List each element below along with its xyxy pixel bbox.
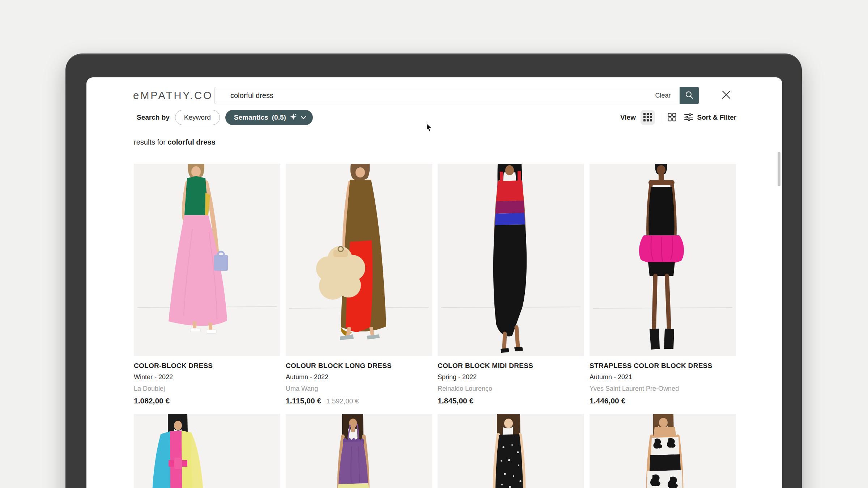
product-image (134, 164, 280, 356)
sliders-icon (684, 113, 693, 122)
search-bar: Clear (214, 87, 699, 104)
product-price: 1.446,00 € (590, 397, 625, 405)
product-price: 1.115,00 € (286, 397, 321, 405)
close-button[interactable] (719, 88, 733, 102)
product-title: STRAPLESS COLOR BLOCK DRESS (590, 362, 736, 370)
semantics-pill-value: (0.5) (272, 114, 286, 121)
product-info: STRAPLESS COLOR BLOCK DRESS Autumn - 202… (590, 356, 736, 414)
product-card[interactable]: COLOR-BLOCK DRESS Winter - 2022 La Doubl… (134, 164, 280, 414)
product-price: 1.845,00 € (438, 397, 473, 405)
view-grid-comfy-button[interactable] (665, 110, 679, 125)
product-price: 1.082,00 € (134, 397, 170, 405)
results-query: colorful dress (167, 138, 215, 146)
product-season: Winter - 2022 (134, 373, 280, 381)
view-toolbar: View (620, 110, 736, 125)
product-card[interactable]: COLOR BLOCK MIDI DRESS Spring - 2022 Rei… (438, 164, 584, 414)
search-input[interactable] (214, 91, 652, 100)
search-mode-toolbar: Search by Keyword Semantics (0.5) (137, 110, 313, 125)
chevron-down-icon (301, 114, 306, 121)
magnifier-icon (685, 90, 694, 101)
product-card[interactable] (590, 414, 736, 488)
close-icon (720, 89, 732, 102)
product-grid-row-2 (134, 414, 736, 488)
product-brand: La Doublej (134, 385, 280, 393)
product-card[interactable] (134, 414, 280, 488)
product-season: Autumn - 2021 (590, 373, 736, 381)
view-grid-dense-button[interactable] (641, 110, 655, 125)
search-by-label: Search by (137, 114, 170, 121)
product-season: Spring - 2022 (438, 373, 584, 381)
app-screen: eMPATHY.CO Clear (86, 77, 782, 488)
keyword-pill-label: Keyword (184, 114, 211, 121)
view-label: View (620, 114, 636, 121)
product-image (286, 164, 432, 356)
search-button[interactable] (680, 87, 699, 104)
product-image (286, 414, 432, 488)
scrollbar-thumb[interactable] (778, 152, 780, 186)
product-image (134, 414, 280, 488)
product-season: Autumn - 2022 (286, 373, 432, 381)
product-title: COLOR BLOCK MIDI DRESS (438, 362, 584, 370)
product-title: COLOR-BLOCK DRESS (134, 362, 280, 370)
product-grid: COLOR-BLOCK DRESS Winter - 2022 La Doubl… (134, 164, 736, 414)
product-card[interactable]: STRAPLESS COLOR BLOCK DRESS Autumn - 202… (590, 164, 736, 414)
product-card[interactable]: COLOUR BLOCK LONG DRESS Autumn - 2022 Um… (286, 164, 432, 414)
product-brand: Reinaldo Lourenço (438, 385, 584, 393)
product-image (590, 164, 736, 356)
results-prefix: results for (134, 138, 167, 146)
results-summary: results for colorful dress (134, 138, 216, 146)
toolbar-divider (660, 113, 660, 122)
keyword-pill[interactable]: Keyword (175, 110, 220, 125)
mouse-cursor (426, 123, 433, 134)
product-brand: Yves Saint Laurent Pre-Owned (590, 385, 736, 393)
product-image (438, 414, 584, 488)
product-info: COLOUR BLOCK LONG DRESS Autumn - 2022 Um… (286, 356, 432, 414)
product-info: COLOR-BLOCK DRESS Winter - 2022 La Doubl… (134, 356, 280, 414)
product-old-price: 1.592,00 € (326, 397, 359, 405)
semantics-pill-label: Semantics (234, 114, 268, 121)
product-title: COLOUR BLOCK LONG DRESS (286, 362, 432, 370)
product-card[interactable] (286, 414, 432, 488)
product-image (590, 414, 736, 488)
product-info: COLOR BLOCK MIDI DRESS Spring - 2022 Rei… (438, 356, 584, 414)
product-card[interactable] (438, 414, 584, 488)
grid-2x2-icon (668, 113, 676, 123)
sparkle-icon (290, 113, 297, 122)
grid-3x3-icon (643, 112, 652, 123)
semantics-pill[interactable]: Semantics (0.5) (225, 110, 313, 125)
product-image (438, 164, 584, 356)
brand-logo: eMPATHY.CO (133, 90, 213, 102)
sort-filter-label: Sort & Filter (697, 114, 736, 121)
clear-button[interactable]: Clear (652, 92, 679, 99)
product-brand: Uma Wang (286, 385, 432, 393)
sort-filter-button[interactable]: Sort & Filter (684, 113, 736, 122)
page-background: eMPATHY.CO Clear (0, 0, 868, 488)
